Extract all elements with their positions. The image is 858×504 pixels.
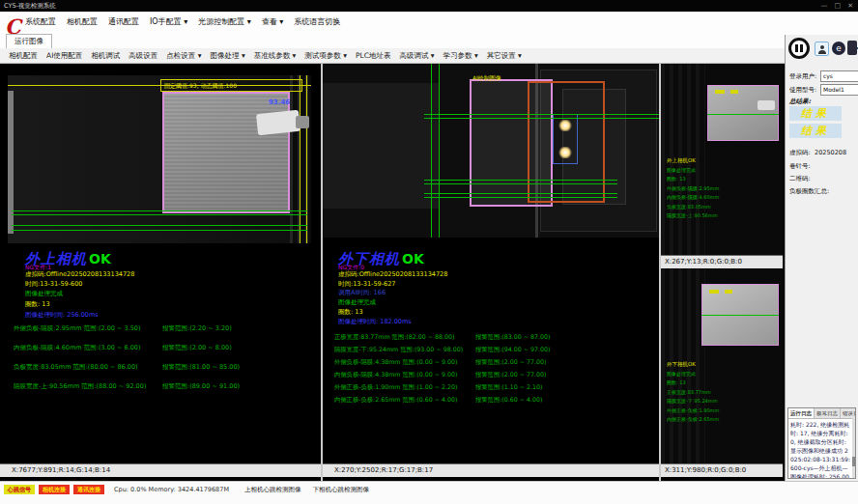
tab-run-image[interactable]: 运行图像 bbox=[6, 34, 52, 48]
toolbar-item[interactable]: 学习参数 ▾ bbox=[443, 51, 478, 61]
overlay-line: 正极宽度:83.77mm bbox=[667, 388, 719, 398]
log-tab-run[interactable]: 运行日志 bbox=[788, 408, 815, 418]
log-tab-tab[interactable]: 极耳日志 bbox=[815, 408, 841, 418]
pixel-coords-bar: X:270;Y:2502;R:17;G:17;B:17 bbox=[323, 463, 659, 477]
virtual-code-value: 20250208 bbox=[815, 149, 846, 156]
e-badge-icon[interactable]: e bbox=[832, 42, 845, 55]
menu-item[interactable]: 系统配置 bbox=[25, 16, 56, 27]
barcode-text: 虚拟码:Offline20250208133134728 bbox=[25, 270, 134, 279]
thumbnail-camera-1: 外上相机OK 图像处理完成圈数: 13外侧负极-隔膜:2.95mm内侧负极-隔膜… bbox=[661, 64, 783, 268]
menu-item[interactable]: 相机配置 bbox=[67, 16, 98, 27]
yellow-mark bbox=[725, 290, 732, 294]
menu-item[interactable]: IO手配置 ▾ bbox=[150, 16, 187, 27]
threshold-annotation-box: 固定阈值:93, 动态阈值:100 bbox=[160, 79, 302, 92]
log-tab-error[interactable]: 错误日志 bbox=[841, 408, 856, 418]
measurement-row-cell: 正极宽度:83.77mm 范围:(82.00 ~ 88.00) bbox=[334, 333, 475, 342]
green-measure-line bbox=[424, 114, 659, 115]
green-measure-line bbox=[424, 193, 617, 194]
done-text: 图像处理完成 bbox=[25, 290, 63, 298]
toolbar-item[interactable]: 高级调试 ▾ bbox=[399, 51, 434, 61]
exit-icon[interactable]: ▸ bbox=[847, 41, 858, 56]
measurement-row: 外侧负极-隔膜:4.38mm 范围:(0.00 ~ 9.00)报警范围:(2.0… bbox=[334, 358, 551, 367]
toolbar-item[interactable]: 基准线参数 ▾ bbox=[254, 51, 297, 61]
measurement-row-cell: 外侧正极-负极:1.90mm 范围:(1.00 ~ 2.20) bbox=[334, 383, 475, 392]
ai-time: 调用AI时间: 166 bbox=[338, 289, 386, 297]
measurement-row-cell: 隔膜宽度-上:90.56mm 范围:(88.00 ~ 92.00) bbox=[14, 382, 162, 391]
thumbnail-image-1[interactable]: 外上相机OK 图像处理完成圈数: 13外侧负极-隔膜:2.95mm内侧负极-隔膜… bbox=[661, 64, 783, 255]
measurement-row: 负极宽度:83.05mm 范围:(80.00 ~ 86.00)报警范围:(81.… bbox=[14, 363, 240, 372]
scrollbar-thumb[interactable] bbox=[852, 457, 855, 466]
measurement-row-cell: 报警范围:(2.00 ~ 77.00) bbox=[475, 371, 547, 379]
log-panel: 运行日志 极耳日志 错误日志 耗时: 222, 绝缘检测耗时: 17, 绝缘分离… bbox=[787, 407, 856, 479]
toolbar-item[interactable]: AI使用配置 bbox=[46, 51, 82, 61]
login-user-input[interactable] bbox=[820, 70, 858, 82]
cpu-memory-text: Cpu: 0.0% Memory: 3424.4179687M bbox=[114, 485, 229, 494]
status-ok: OK bbox=[89, 251, 111, 266]
measurement-row-cell: 外侧负极-隔膜:2.95mm 范围:(2.00 ~ 3.50) bbox=[14, 324, 162, 333]
measurement-row-cell: 内侧负极-隔膜:4.38mm 范围:(0.00 ~ 9.00) bbox=[334, 371, 475, 379]
log-tabs: 运行日志 极耳日志 错误日志 bbox=[788, 408, 855, 419]
lower-camera-heartbeat-link[interactable]: 下相机心跳检测图像 bbox=[313, 485, 370, 494]
close-icon[interactable]: ✕ bbox=[847, 1, 853, 11]
measurement-row-cell: 报警范围:(0.60 ~ 4.00) bbox=[475, 396, 543, 405]
measurement-row-cell: 内侧负极-隔膜:4.60mm 范围:(3.00 ~ 6.00) bbox=[14, 344, 162, 352]
thumbnail-overlay: 外下相机OK 图像处理完成圈数: 13正极宽度:83.77mm隔膜宽度-下:95… bbox=[667, 360, 719, 425]
comm-connection-badge: 通讯连接 bbox=[73, 485, 104, 494]
measurement-row-cell: 内侧正极-负极:2.65mm 范围:(0.60 ~ 4.00) bbox=[334, 396, 475, 405]
menu-item[interactable]: 查看 ▾ bbox=[262, 16, 284, 27]
toolbar-item[interactable]: 图像处理 ▾ bbox=[211, 51, 245, 61]
menu-item[interactable]: 系统语言切换 bbox=[294, 16, 340, 27]
pause-icon[interactable] bbox=[788, 38, 810, 59]
green-measure-line bbox=[707, 114, 779, 115]
user-head bbox=[820, 45, 824, 49]
measurement-row-cell: 报警范围:(89.00 ~ 91.00) bbox=[162, 382, 240, 391]
cell-region-box bbox=[162, 92, 290, 213]
measurement-row: 内侧负极-隔膜:4.38mm 范围:(0.00 ~ 9.00)报警范围:(2.0… bbox=[334, 371, 551, 379]
top-band: C 系统配置相机配置通讯配置IO手配置 ▾光源控制配置 ▾查看 ▾系统语言切换 … bbox=[0, 12, 858, 49]
green-measure-line bbox=[12, 214, 307, 215]
middle-camera-image[interactable]: AI绘制图像 bbox=[323, 64, 659, 238]
maximize-icon[interactable]: □ bbox=[835, 1, 842, 11]
overlay-line: 外侧负极-隔膜:2.95mm bbox=[667, 184, 719, 194]
yellow-reference-line bbox=[306, 75, 307, 243]
log-scrollbar[interactable] bbox=[852, 418, 855, 479]
toolbar-item[interactable]: 相机调试 bbox=[91, 51, 120, 61]
machine-band-region bbox=[323, 83, 439, 209]
upper-camera-heartbeat-link[interactable]: 上相机心跳检测图像 bbox=[244, 485, 301, 494]
green-measure-line bbox=[701, 315, 779, 316]
right-sidebar: e ▸ 登录用户: 使用型号: 总结果: 结果 结果 虚拟码: 20250208… bbox=[785, 35, 858, 481]
pixel-coords-bar: X:7677;Y:891;R:14;G:14;B:14 bbox=[0, 463, 321, 477]
user-icon[interactable] bbox=[815, 42, 829, 56]
time-text: 时间:13-31-59-600 bbox=[25, 280, 82, 289]
toolbar-item[interactable]: 其它设置 ▾ bbox=[487, 51, 522, 61]
machine-stripes-region bbox=[290, 75, 311, 243]
thumbnail-image-2[interactable]: 外下相机OK 图像处理完成圈数: 13正极宽度:83.77mm隔膜宽度-下:95… bbox=[661, 268, 783, 463]
status-bar: 心跳信号 相机连接 通讯连接 Cpu: 0.0% Memory: 3424.41… bbox=[0, 481, 858, 504]
overlay-line: 负极宽度:83.05mm bbox=[667, 203, 719, 212]
minimize-icon[interactable]: — bbox=[821, 1, 828, 11]
threshold-note: 固定阈值:93, 动态阈值:100 bbox=[164, 82, 237, 91]
green-measure-line bbox=[12, 225, 307, 226]
green-reference-line bbox=[431, 64, 432, 238]
thumbnail-camera-2: 外下相机OK 图像处理完成圈数: 13正极宽度:83.77mm隔膜宽度-下:95… bbox=[661, 268, 783, 481]
measurement-row: 隔膜宽度-上:90.56mm 范围:(88.00 ~ 92.00)报警范围:(8… bbox=[14, 382, 240, 391]
model-input[interactable] bbox=[820, 84, 858, 96]
menu-item[interactable]: 通讯配置 bbox=[108, 16, 139, 27]
toolbar-item[interactable]: 高级设置 bbox=[129, 51, 157, 61]
measurement-list: 外侧负极-隔膜:2.95mm 范围:(2.00 ~ 3.50)报警范围:(2.2… bbox=[14, 324, 240, 402]
toolbar-item[interactable]: 测试项参数 ▾ bbox=[304, 51, 347, 61]
connector-region bbox=[758, 100, 775, 110]
measurement-row: 外侧负极-隔膜:2.95mm 范围:(2.00 ~ 3.50)报警范围:(2.2… bbox=[14, 324, 240, 333]
ai-image-label: AI绘制图像 bbox=[472, 74, 501, 83]
result-badge: 结果 bbox=[789, 124, 842, 138]
measurement-row: 内侧正极-负极:2.65mm 范围:(0.60 ~ 4.00)报警范围:(0.6… bbox=[334, 396, 551, 405]
toolbar-item[interactable]: 相机配置 bbox=[9, 51, 38, 61]
toolbar-item[interactable]: PLC地址表 bbox=[356, 51, 390, 61]
left-camera-image[interactable]: 固定阈值:93, 动态阈值:100 93.46 bbox=[8, 75, 311, 243]
heartbeat-status-badge: 心跳信号 bbox=[4, 485, 35, 494]
done-text: 图像处理完成 bbox=[338, 298, 376, 307]
measurement-row-cell: 报警范围:(1.10 ~ 2.10) bbox=[475, 383, 543, 392]
overlay-line: 图像处理完成 bbox=[667, 166, 719, 176]
menu-item[interactable]: 光源控制配置 ▾ bbox=[198, 16, 251, 27]
toolbar-item[interactable]: 点检设置 ▾ bbox=[166, 51, 201, 61]
